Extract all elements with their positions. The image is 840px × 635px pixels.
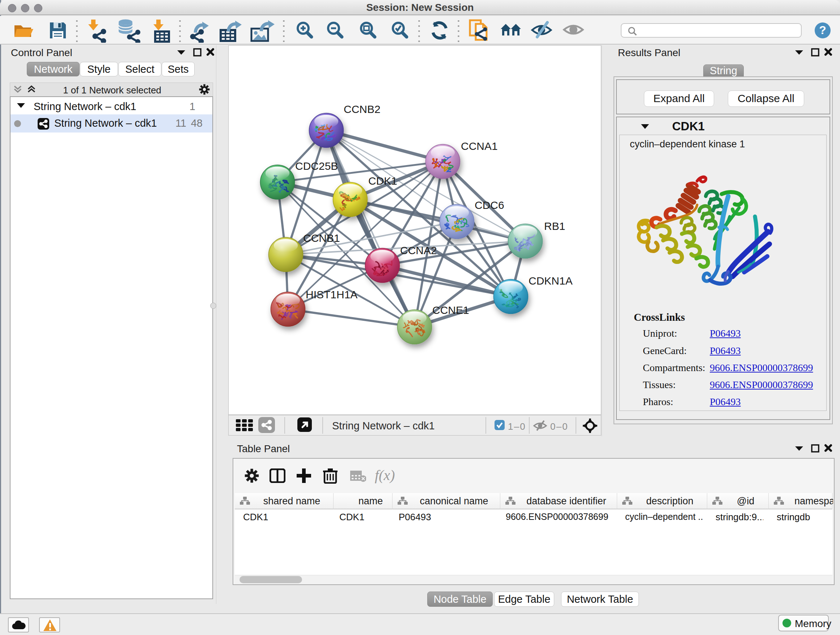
svg-text:HIST1H1A: HIST1H1A	[306, 288, 357, 301]
svg-text:CCNB1: CCNB1	[303, 232, 340, 244]
svg-text:CDC25B: CDC25B	[295, 160, 338, 172]
svg-text:CDC6: CDC6	[475, 199, 504, 211]
svg-text:CCNA2: CCNA2	[400, 244, 437, 256]
svg-text:?: ?	[819, 24, 826, 36]
svg-text:CCNE1: CCNE1	[432, 304, 469, 316]
svg-text:CDK1: CDK1	[368, 175, 397, 187]
svg-text:CCNB2: CCNB2	[344, 103, 381, 115]
svg-text:RB1: RB1	[544, 220, 565, 232]
svg-text:CDKN1A: CDKN1A	[529, 275, 573, 287]
svg-text:CCNA1: CCNA1	[461, 140, 498, 152]
